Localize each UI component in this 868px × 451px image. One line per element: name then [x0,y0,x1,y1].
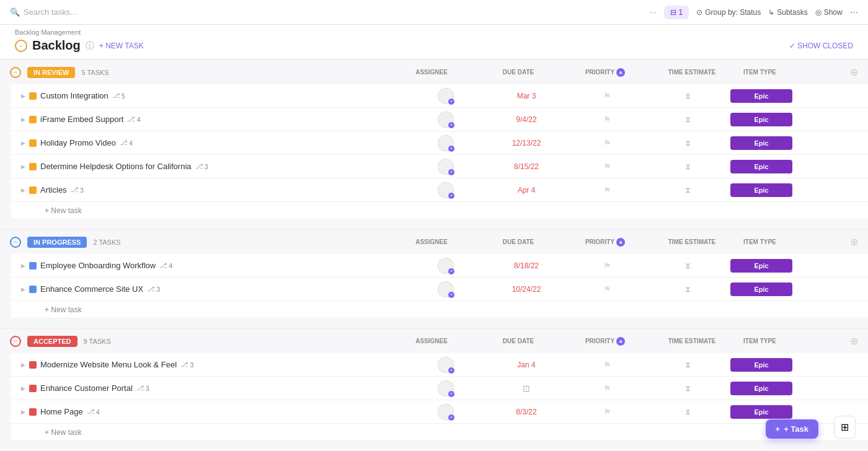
group-header-accepted: − ACCEPTED 9 TASKS ASSIGNEE DUE DATE PRI… [0,328,868,353]
filter-button[interactable]: ⊟ 1 [664,6,689,19]
group-by-button[interactable]: ⊙ Group by: Status [696,8,761,17]
epic-badge[interactable]: Epic [730,382,792,395]
task-name[interactable]: Custom Integration [40,91,108,100]
priority-flag-icon[interactable]: ⚑ [603,383,611,393]
topbar-more-button[interactable]: ··· [850,7,858,18]
epic-badge[interactable]: Epic [730,405,792,419]
avatar[interactable]: + [438,135,454,151]
hourglass-icon: ⧗ [685,115,691,125]
task-name[interactable]: Enhance Commerce Site UX [40,284,143,294]
group-collapse-in-review[interactable]: − [10,67,21,78]
priority-flag-icon[interactable]: ⚑ [603,185,611,195]
avatar[interactable]: + [438,159,454,175]
due-date: 10/24/22 [512,285,541,294]
subtask-icon: ⎇ [195,162,203,170]
new-task-inline-button[interactable]: + New task [45,206,82,215]
subtasks-button[interactable]: ↳ Subtasks [768,8,807,17]
priority-flag-icon[interactable]: ⚑ [603,138,611,148]
table-row: ▶ Modernize Website Menu Look & Feel ⎇ 3… [11,353,868,377]
new-task-button[interactable]: + NEW TASK [99,42,144,50]
task-color-indicator [29,361,37,369]
avatar[interactable]: + [438,380,454,396]
group-spacer [0,219,868,229]
priority-flag-icon[interactable]: ⚑ [603,91,611,101]
expand-arrow[interactable]: ▶ [21,385,25,392]
new-task-inline-button[interactable]: + New task [45,428,82,437]
epic-badge[interactable]: Epic [730,113,792,126]
task-name-cell: ▶ Modernize Website Menu Look & Feel ⎇ 3 [21,360,405,369]
avatar[interactable]: + [438,182,454,198]
add-column-btn[interactable]: ⊕ [850,335,858,347]
epic-badge[interactable]: Epic [730,89,792,103]
group-spacer [0,318,868,328]
priority-flag-icon[interactable]: ⚑ [603,162,611,172]
priority-flag-icon[interactable]: ⚑ [603,407,611,417]
task-name[interactable]: Articles [40,185,67,195]
time-estimate-cell: ⧗ [647,115,728,125]
avatar[interactable]: + [438,281,454,297]
epic-badge[interactable]: Epic [730,259,792,273]
due-date-cell: 8/15/22 [486,162,567,171]
task-name[interactable]: Determine Helpdesk Options for Californi… [40,162,192,171]
fab-label: + Task [784,424,808,434]
task-name[interactable]: iFrame Embed Support [40,115,123,124]
epic-badge[interactable]: Epic [730,160,792,173]
group-header-in-review: − IN REVIEW 5 TASKS ASSIGNEE DUE DATE PR… [0,59,868,84]
expand-arrow[interactable]: ▶ [21,93,25,99]
priority-flag-icon[interactable]: ⚑ [603,284,611,294]
avatar[interactable]: + [438,357,454,373]
expand-arrow[interactable]: ▶ [21,187,25,193]
task-name[interactable]: Enhance Customer Portal [40,383,133,393]
due-date-cell: Jan 4 [486,360,567,369]
search-box[interactable]: 🔍 Search tasks... [10,7,642,17]
info-icon[interactable]: ⓘ [86,40,94,51]
task-name[interactable]: Modernize Website Menu Look & Feel [40,360,177,369]
expand-arrow[interactable]: ▶ [21,286,25,292]
priority-flag-icon[interactable]: ⚑ [603,115,611,125]
apps-button[interactable]: ⊞ [834,416,856,439]
add-task-fab[interactable]: + + Task [766,419,818,439]
epic-badge[interactable]: Epic [730,282,792,296]
expand-arrow[interactable]: ▶ [21,140,25,146]
due-date-cell: 8/18/22 [486,261,567,270]
group-collapse-in-progress[interactable]: − [10,237,21,248]
priority-flag-icon[interactable]: ⚑ [603,360,611,370]
priority-flag-icon[interactable]: ⚑ [603,261,611,271]
epic-badge[interactable]: Epic [730,136,792,150]
new-task-inline-button[interactable]: + New task [45,305,82,314]
subtask-count: ⎇ 4 [87,408,100,416]
subtask-icon: ⎇ [159,261,167,269]
group-icon: ⊙ [696,8,702,17]
epic-badge[interactable]: Epic [730,358,792,372]
due-date-cell: Apr 4 [486,185,567,195]
task-name[interactable]: Employee Onboarding Workflow [40,261,156,270]
expand-arrow[interactable]: ▶ [21,362,25,368]
avatar[interactable]: + [438,112,454,128]
group-collapse-accepted[interactable]: − [10,336,21,347]
page-collapse-button[interactable]: − [15,40,27,52]
avatar[interactable]: + [438,404,454,420]
expand-arrow[interactable]: ▶ [21,409,25,415]
task-name[interactable]: Holiday Promo Video [40,138,116,147]
due-date-empty: ⊡ [523,383,530,393]
priority-cell: ⚑ [567,185,647,195]
show-button[interactable]: ◎ Show [815,8,843,17]
expand-arrow[interactable]: ▶ [21,164,25,170]
epic-badge[interactable]: Epic [730,183,792,197]
due-date: 8/3/22 [516,408,536,416]
task-color-indicator [29,385,37,392]
hourglass-icon: ⧗ [685,138,691,148]
show-closed-button[interactable]: ✓ SHOW CLOSED [789,42,853,50]
add-column-btn[interactable]: ⊕ [850,66,858,78]
avatar[interactable]: + [438,88,454,104]
due-date: 9/4/22 [516,115,536,124]
avatar[interactable]: + [438,258,454,274]
breadcrumb: Backlog Management [15,28,853,38]
expand-arrow[interactable]: ▶ [21,263,25,269]
expand-arrow[interactable]: ▶ [21,116,25,123]
assignee-cell: + [405,112,486,128]
task-name-cell: ▶ Holiday Promo Video ⎇ 4 [21,138,405,147]
task-name[interactable]: Home Page [40,407,83,416]
topbar-more-dots[interactable]: ··· [650,7,657,17]
add-column-btn[interactable]: ⊕ [850,236,858,248]
